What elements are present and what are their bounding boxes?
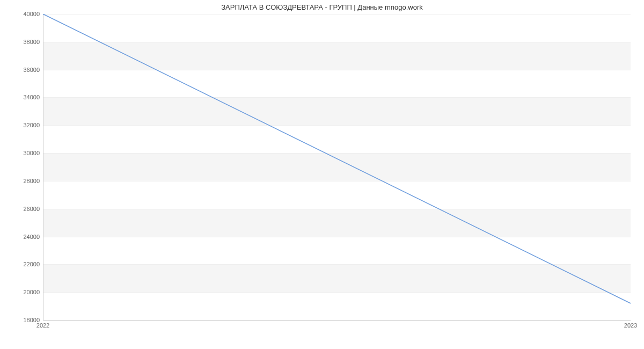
y-tick-label: 34000 [23, 94, 40, 100]
y-tick-label: 28000 [23, 178, 40, 184]
salary-line-chart: ЗАРПЛАТА В СОЮЗДРЕВТАРА - ГРУПП | Данные… [0, 0, 644, 349]
y-tick-label: 22000 [23, 261, 40, 267]
y-tick-label: 32000 [23, 122, 40, 128]
chart-title: ЗАРПЛАТА В СОЮЗДРЕВТАРА - ГРУПП | Данные… [0, 0, 644, 11]
y-tick-label: 30000 [23, 150, 40, 156]
y-tick-label: 20000 [23, 289, 40, 295]
y-tick-label: 40000 [23, 11, 40, 17]
y-tick-label: 26000 [23, 206, 40, 212]
x-tick-label: 2022 [36, 322, 49, 329]
plot-area [43, 14, 631, 321]
data-line [43, 14, 631, 320]
y-tick-label: 38000 [23, 39, 40, 45]
y-tick-label: 24000 [23, 234, 40, 240]
x-tick-label: 2023 [624, 322, 637, 329]
y-tick-label: 36000 [23, 67, 40, 73]
